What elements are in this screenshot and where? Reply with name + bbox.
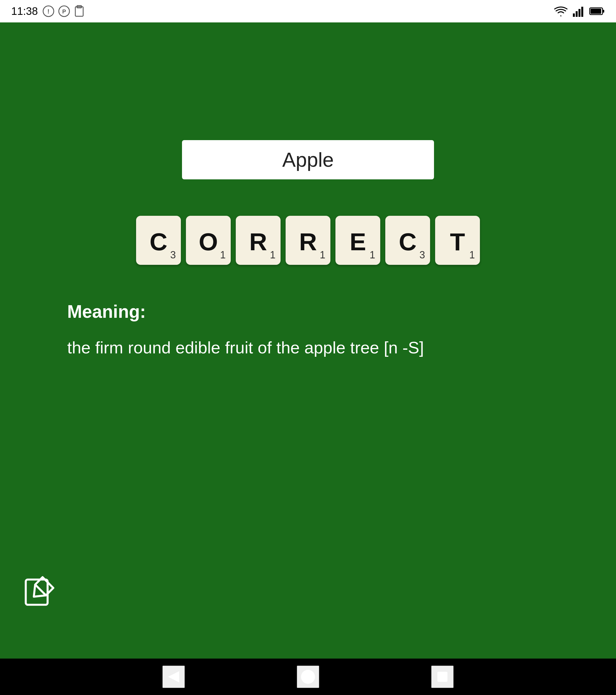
- home-button[interactable]: [297, 665, 319, 688]
- tile-score: 1: [469, 249, 475, 261]
- tile-score: 3: [419, 249, 425, 261]
- main-content: Apple C3O1R1R1E1C3T1 Meaning: the firm r…: [0, 22, 616, 659]
- tile-r-3: R1: [286, 216, 330, 265]
- tile-score: 1: [270, 249, 276, 261]
- home-icon: [300, 668, 316, 685]
- alert-icon: !: [42, 5, 55, 17]
- status-right: [554, 5, 605, 17]
- wifi-icon: [554, 5, 568, 17]
- tile-score: 1: [220, 249, 226, 261]
- signal-icon: [572, 5, 585, 17]
- status-bar: 11:38 ! P: [0, 0, 616, 22]
- meaning-section: Meaning: the firm round edible fruit of …: [56, 301, 560, 359]
- tile-letter: R: [299, 230, 317, 254]
- svg-text:P: P: [62, 9, 66, 15]
- nav-bar: [0, 659, 616, 695]
- svg-point-15: [301, 670, 315, 684]
- tile-o-1: O1: [186, 216, 231, 265]
- tile-r-2: R1: [236, 216, 281, 265]
- tile-letter: T: [450, 230, 465, 254]
- svg-rect-9: [581, 7, 583, 17]
- word-box: Apple: [182, 140, 434, 179]
- meaning-label: Meaning:: [67, 301, 560, 322]
- svg-marker-14: [168, 671, 179, 682]
- headphone-icon: P: [58, 5, 70, 17]
- status-left: 11:38 ! P: [11, 5, 85, 17]
- tile-score: 1: [370, 249, 375, 261]
- tile-t-6: T1: [435, 216, 480, 265]
- tile-score: 3: [170, 249, 176, 261]
- word-display: Apple: [282, 148, 334, 171]
- svg-rect-16: [437, 672, 447, 682]
- meaning-text: the firm round edible fruit of the apple…: [67, 336, 560, 359]
- tile-c-0: C3: [136, 216, 181, 265]
- tiles-row: C3O1R1R1E1C3T1: [136, 216, 480, 265]
- svg-rect-12: [591, 9, 601, 14]
- tile-letter: C: [149, 230, 168, 254]
- tile-e-4: E1: [335, 216, 380, 265]
- status-icons: ! P: [42, 5, 85, 17]
- tile-letter: E: [350, 230, 366, 254]
- svg-rect-8: [579, 9, 580, 17]
- tile-letter: C: [399, 230, 417, 254]
- svg-rect-11: [602, 10, 604, 13]
- edit-icon: [22, 575, 56, 608]
- back-icon: [165, 668, 182, 685]
- edit-icon-container[interactable]: [22, 575, 56, 608]
- battery-icon: [589, 5, 605, 17]
- svg-rect-7: [576, 11, 578, 17]
- recent-icon: [434, 668, 451, 685]
- svg-rect-6: [573, 14, 575, 17]
- tile-letter: R: [249, 230, 267, 254]
- svg-text:!: !: [47, 8, 49, 15]
- tile-score: 1: [320, 249, 325, 261]
- back-button[interactable]: [162, 665, 185, 688]
- tile-c-5: C3: [385, 216, 430, 265]
- tile-letter: O: [199, 230, 218, 254]
- recent-button[interactable]: [431, 665, 454, 688]
- status-time: 11:38: [11, 5, 38, 17]
- clipboard-icon: [74, 5, 85, 17]
